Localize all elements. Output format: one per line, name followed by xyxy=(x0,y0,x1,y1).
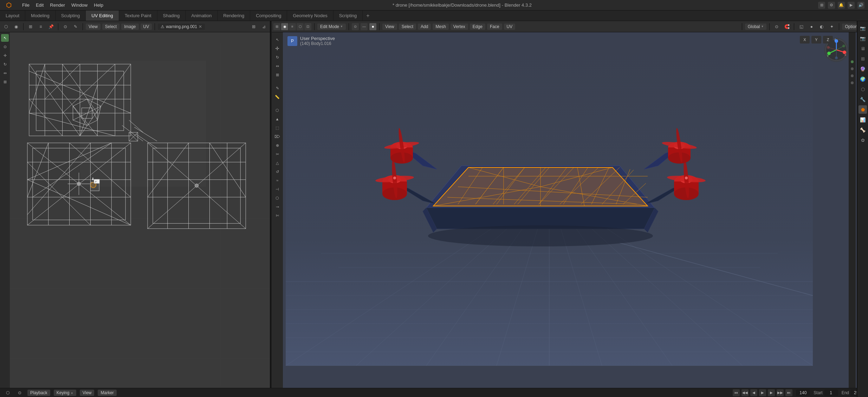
tool-3d-cursor[interactable]: ↖ xyxy=(273,36,281,44)
tab-shading[interactable]: Shading xyxy=(157,11,186,21)
toolbar-view-type-icon[interactable]: ⊞ xyxy=(26,22,35,31)
edge-btn[interactable]: Edge xyxy=(470,24,485,30)
tool-poly-build[interactable]: △ xyxy=(273,159,281,167)
tool-rip[interactable]: ✄ xyxy=(273,212,281,219)
tool-shear[interactable]: ⊸ xyxy=(273,203,281,211)
menu-render[interactable]: Render xyxy=(47,1,68,9)
prop-output-icon[interactable]: 🖥 xyxy=(859,44,867,53)
next-keyframe-btn[interactable]: ▶▶ xyxy=(777,389,784,396)
tool-measure[interactable]: 📏 xyxy=(273,93,281,101)
edit-mode-dropdown[interactable]: Edit Mode ▼ xyxy=(317,24,346,30)
shading-material-icon[interactable]: ◐ xyxy=(817,22,826,31)
prop-world-icon[interactable]: 🌍 xyxy=(859,75,867,83)
tool-knife[interactable]: ✂ xyxy=(273,150,281,158)
toolbar-gizmo-icon[interactable]: ⊿ xyxy=(260,22,268,31)
top-icon-1[interactable]: ⊞ xyxy=(818,2,825,9)
toolbar-grid-icon[interactable]: ⬡ xyxy=(2,22,10,31)
top-icon-5[interactable]: 🔊 xyxy=(857,2,864,9)
keying-btn[interactable]: Keying ▼ xyxy=(54,390,76,396)
top-icon-3[interactable]: 🔔 xyxy=(838,2,845,9)
view-bottom-btn[interactable]: View xyxy=(80,390,95,396)
tool-add-cube[interactable]: ⬡ xyxy=(273,106,281,114)
jump-end-btn[interactable]: ⏭ xyxy=(785,389,792,396)
top-icon-4[interactable]: ▶ xyxy=(848,2,855,9)
vertex-mode-btn[interactable]: ⊙ xyxy=(352,23,359,30)
shading-render-icon[interactable]: ✦ xyxy=(828,22,836,31)
toolbar-list-icon[interactable]: ≡ xyxy=(37,22,45,31)
prop-scene2-icon[interactable]: 🔮 xyxy=(859,65,867,73)
face-btn[interactable]: Face xyxy=(487,24,502,30)
play-btn[interactable]: ▶ xyxy=(759,389,766,396)
tab-rendering[interactable]: Rendering xyxy=(218,11,250,21)
tool-edge-slide[interactable]: ⊣ xyxy=(273,185,281,193)
start-frame-input[interactable]: 1 xyxy=(824,390,838,396)
uv-btn-3d[interactable]: UV xyxy=(504,24,516,30)
menu-file[interactable]: File xyxy=(19,1,32,9)
tool-cursor[interactable]: ⊙ xyxy=(1,43,9,51)
prop-scene-icon[interactable]: 📷 xyxy=(859,24,867,32)
prop-particles-icon[interactable]: ✿ xyxy=(859,136,867,144)
playback-btn[interactable]: Playback xyxy=(27,390,50,396)
prop-object-icon[interactable]: ⬡ xyxy=(859,85,867,93)
warning-close-icon[interactable]: ✕ xyxy=(199,24,202,29)
toolbar-select-btn[interactable]: Select xyxy=(102,24,119,30)
tool-3d-rotate[interactable]: ↻ xyxy=(273,53,281,61)
add-btn[interactable]: Add xyxy=(418,24,431,30)
menu-edit[interactable]: Edit xyxy=(33,1,46,9)
prop-data-icon[interactable]: 📊 xyxy=(859,115,867,124)
tool-smooth[interactable]: ≈ xyxy=(273,177,281,184)
tab-layout[interactable]: Layout xyxy=(0,11,25,21)
viewport-3d[interactable]: ↖ ✛ ↻ ⇔ ⊞ ✎ 📏 ⬡ ▲ ⬚ ⌦ ⊕ ✂ △ ↺ ≈ ⊣ ⬡ ⊸ xyxy=(272,32,868,397)
toolbar-image-btn[interactable]: Image xyxy=(121,24,138,30)
marker-btn[interactable]: Marker xyxy=(98,390,116,396)
mode-btn-2[interactable]: ◉ xyxy=(281,23,288,30)
tab-uv-editing[interactable]: UV Editing xyxy=(86,11,119,21)
shading-solid-icon[interactable]: ● xyxy=(807,22,816,31)
tool-scale[interactable]: ⇔ xyxy=(1,69,9,77)
tab-add[interactable]: + xyxy=(363,11,373,21)
viewport-toggle-icon[interactable]: ⊙ xyxy=(15,389,24,397)
scene-select-icon[interactable]: ⬡ xyxy=(4,389,12,397)
y-axis-btn[interactable]: Y xyxy=(811,36,821,44)
uv-viewport[interactable]: ↗ xyxy=(10,32,270,397)
tool-bevel[interactable]: ⌦ xyxy=(273,133,281,140)
mode-btn-3[interactable]: ≡ xyxy=(289,23,296,30)
tool-rotate[interactable]: ↻ xyxy=(1,60,9,68)
vertex-btn[interactable]: Vertex xyxy=(451,24,468,30)
tool-loop-cut[interactable]: ⊕ xyxy=(273,141,281,149)
mode-btn-1[interactable]: ⊞ xyxy=(273,23,280,30)
prop-modifier-icon[interactable]: 🔧 xyxy=(859,95,867,104)
face-mode-btn[interactable]: ■ xyxy=(369,23,376,30)
mesh-btn[interactable]: Mesh xyxy=(433,24,448,30)
toolbar-view-btn[interactable]: View xyxy=(86,24,101,30)
tool-3d-scale[interactable]: ⇔ xyxy=(273,62,281,70)
tool-transform[interactable]: ⊞ xyxy=(1,78,9,86)
tab-animation[interactable]: Animation xyxy=(186,11,218,21)
shading-wire-icon[interactable]: ◱ xyxy=(797,22,805,31)
current-frame-input[interactable]: 140 xyxy=(796,390,810,396)
prop-constraint-icon[interactable]: 🦴 xyxy=(859,126,867,134)
toolbar-toggle-icon[interactable]: ◉ xyxy=(12,22,20,31)
prev-keyframe-btn[interactable]: ◀◀ xyxy=(741,389,749,396)
toolbar-draw-icon[interactable]: ✎ xyxy=(71,22,80,31)
tool-select[interactable]: ↖ xyxy=(1,34,9,42)
tool-move[interactable]: ✛ xyxy=(1,52,9,59)
tool-inset[interactable]: ⬚ xyxy=(273,124,281,132)
jump-start-btn[interactable]: ⏮ xyxy=(733,389,740,396)
top-icon-2[interactable]: ⚙ xyxy=(828,2,835,9)
select-btn[interactable]: Select xyxy=(399,24,416,30)
menu-help[interactable]: Help xyxy=(91,1,106,9)
tool-annotate[interactable]: ✎ xyxy=(273,84,281,92)
tab-modeling[interactable]: Modeling xyxy=(25,11,56,21)
toolbar-pin-icon[interactable]: 📌 xyxy=(47,22,55,31)
edge-mode-btn[interactable]: — xyxy=(361,23,368,30)
tab-compositing[interactable]: Compositing xyxy=(250,11,287,21)
tab-scripting[interactable]: Scripting xyxy=(333,11,363,21)
mode-btn-5[interactable]: ⊡ xyxy=(304,23,311,30)
tool-shrink-flatten[interactable]: ⬡ xyxy=(273,194,281,202)
x-axis-btn[interactable]: X xyxy=(800,36,810,44)
snap-icon[interactable]: 🧲 xyxy=(783,22,791,31)
tool-extrude[interactable]: ▲ xyxy=(273,115,281,123)
toolbar-uv-btn[interactable]: UV xyxy=(141,24,152,30)
tab-texture-paint[interactable]: Texture Paint xyxy=(119,11,157,21)
